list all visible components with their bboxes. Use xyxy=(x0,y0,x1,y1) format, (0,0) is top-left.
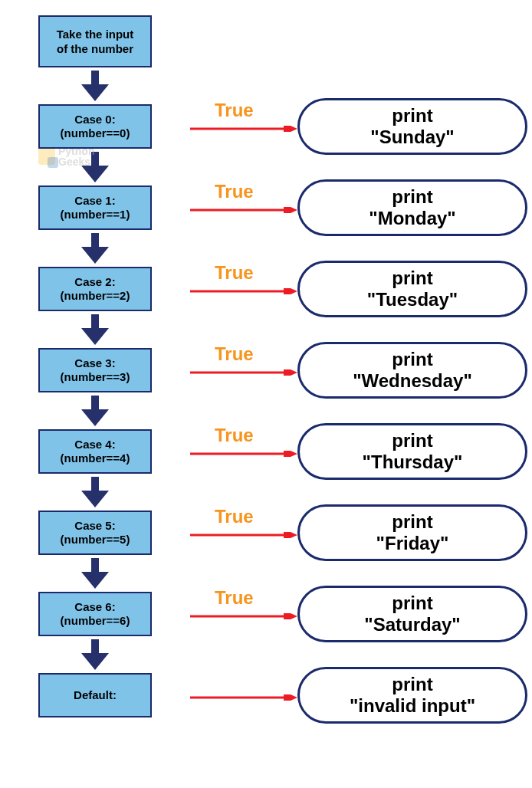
right-arrow-icon xyxy=(190,288,297,294)
right-arrow-icon xyxy=(190,126,297,132)
svg-rect-8 xyxy=(91,233,99,248)
svg-marker-9 xyxy=(81,247,109,264)
true-label: True xyxy=(215,587,254,609)
output-box-default: print "invalid input" xyxy=(297,667,527,724)
svg-rect-0 xyxy=(91,71,99,86)
output-line-1: print xyxy=(392,186,432,208)
svg-marker-31 xyxy=(284,694,297,701)
input-line-2: of the number xyxy=(57,41,133,57)
output-line-2: "Monday" xyxy=(369,208,455,229)
output-line-1: print xyxy=(392,430,432,451)
true-label: True xyxy=(215,181,254,202)
output-line-2: "Saturday" xyxy=(364,614,460,635)
input-line-1: Take the input xyxy=(57,27,134,42)
svg-rect-4 xyxy=(91,152,99,167)
case-label: Case 0: xyxy=(74,113,115,126)
output-line-2: "Sunday" xyxy=(370,126,454,148)
true-label: True xyxy=(215,506,254,527)
case-box-5: Case 5: (number==5) xyxy=(38,511,152,555)
right-arrow-icon xyxy=(190,613,297,619)
case-box-0: Case 0: (number==0) xyxy=(38,104,152,149)
case-label: Case 6: xyxy=(74,600,115,614)
svg-marker-7 xyxy=(284,207,297,213)
svg-marker-13 xyxy=(81,328,109,345)
svg-marker-21 xyxy=(81,491,109,507)
case-condition: (number==5) xyxy=(61,533,130,547)
case-condition: (number==6) xyxy=(61,614,130,628)
output-box-6: print "Saturday" xyxy=(297,586,527,642)
case-label: Case 3: xyxy=(74,356,115,370)
default-label: Default: xyxy=(74,688,117,702)
output-box-1: print "Monday" xyxy=(297,179,527,236)
output-line-2: "Tuesday" xyxy=(367,289,458,310)
case-condition: (number==3) xyxy=(61,370,130,384)
case-label: Case 2: xyxy=(74,275,115,289)
case-label: Case 5: xyxy=(74,519,115,533)
output-box-5: print "Friday" xyxy=(297,504,527,561)
output-line-1: print xyxy=(392,593,432,614)
down-arrow-icon xyxy=(38,152,152,182)
svg-marker-5 xyxy=(81,166,109,182)
output-line-2: "Thursday" xyxy=(363,451,463,473)
input-box: Take the input of the number xyxy=(38,15,152,67)
true-label: True xyxy=(215,343,254,365)
case-box-4: Case 4: (number==4) xyxy=(38,429,152,474)
output-box-3: print "Wednesday" xyxy=(297,342,527,399)
case-condition: (number==2) xyxy=(61,289,130,303)
output-line-2: "Wednesday" xyxy=(353,370,472,392)
down-arrow-icon xyxy=(38,71,152,101)
case-box-1: Case 1: (number==1) xyxy=(38,186,152,230)
svg-marker-19 xyxy=(284,451,297,457)
output-line-2: "invalid input" xyxy=(350,695,475,717)
svg-marker-11 xyxy=(284,288,297,294)
svg-marker-1 xyxy=(81,84,109,101)
case-condition: (number==0) xyxy=(61,126,130,140)
down-arrow-icon xyxy=(38,477,152,507)
case-box-2: Case 2: (number==2) xyxy=(38,267,152,311)
svg-rect-16 xyxy=(91,396,99,411)
true-label: True xyxy=(215,425,254,446)
right-arrow-icon xyxy=(190,369,297,376)
case-condition: (number==1) xyxy=(61,208,130,222)
svg-marker-29 xyxy=(81,653,109,670)
svg-marker-17 xyxy=(81,409,109,426)
right-arrow-icon xyxy=(190,694,297,701)
output-line-1: print xyxy=(392,511,432,533)
svg-rect-28 xyxy=(91,639,99,655)
output-line-1: print xyxy=(392,105,432,126)
svg-rect-24 xyxy=(91,558,99,573)
output-box-4: print "Thursday" xyxy=(297,423,527,480)
case-condition: (number==4) xyxy=(61,451,130,465)
down-arrow-icon xyxy=(38,233,152,264)
svg-rect-20 xyxy=(91,477,99,492)
case-box-3: Case 3: (number==3) xyxy=(38,348,152,392)
output-line-1: print xyxy=(392,674,432,695)
output-box-2: print "Tuesday" xyxy=(297,261,527,317)
right-arrow-icon xyxy=(190,207,297,213)
svg-marker-3 xyxy=(284,126,297,132)
output-line-1: print xyxy=(392,349,432,370)
output-line-2: "Friday" xyxy=(376,533,449,554)
right-arrow-icon xyxy=(190,532,297,538)
svg-marker-23 xyxy=(284,532,297,538)
down-arrow-icon xyxy=(38,314,152,345)
down-arrow-icon xyxy=(38,558,152,589)
svg-rect-12 xyxy=(91,314,99,330)
svg-marker-25 xyxy=(81,572,109,589)
true-label: True xyxy=(215,262,254,284)
down-arrow-icon xyxy=(38,396,152,426)
down-arrow-icon xyxy=(38,639,152,670)
default-box: Default: xyxy=(38,673,152,717)
case-box-6: Case 6: (number==6) xyxy=(38,592,152,636)
output-box-0: print "Sunday" xyxy=(297,98,527,155)
right-arrow-icon xyxy=(190,451,297,457)
svg-marker-27 xyxy=(284,613,297,619)
case-label: Case 4: xyxy=(74,438,115,451)
svg-marker-15 xyxy=(284,369,297,376)
true-label: True xyxy=(215,100,254,121)
case-label: Case 1: xyxy=(74,194,115,208)
output-line-1: print xyxy=(392,268,432,289)
